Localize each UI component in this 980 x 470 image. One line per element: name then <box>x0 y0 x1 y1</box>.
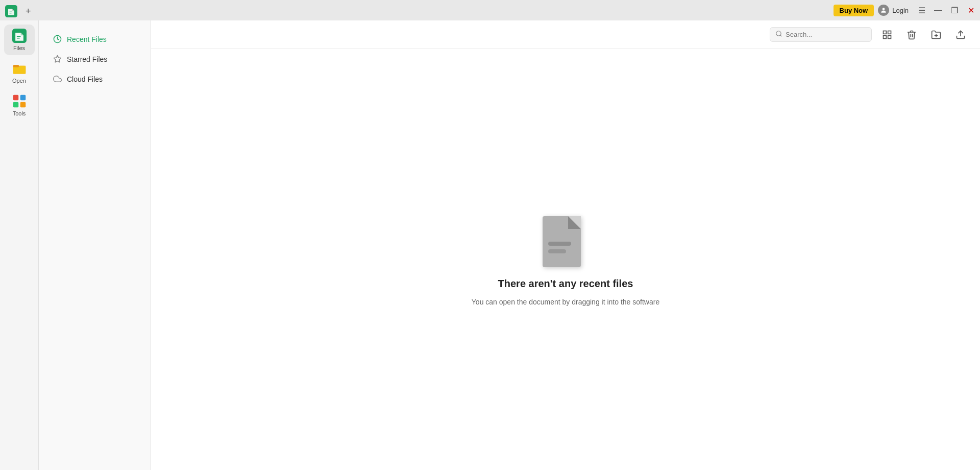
minimize-button[interactable]: — <box>933 5 943 15</box>
svg-rect-10 <box>20 95 26 101</box>
toolbar <box>151 20 980 49</box>
sidebar-item-cloud-files[interactable]: Cloud Files <box>43 69 146 88</box>
svg-rect-6 <box>16 38 19 39</box>
svg-rect-8 <box>13 65 18 67</box>
search-icon <box>775 30 782 39</box>
svg-rect-5 <box>16 36 20 37</box>
new-tab-button[interactable]: + <box>22 5 34 18</box>
main-content: There aren't any recent files You can op… <box>151 20 980 470</box>
title-bar: + Buy Now Login ☰ — ❐ ✕ <box>0 0 980 20</box>
grid-view-button[interactable] <box>878 26 896 44</box>
svg-rect-12 <box>20 102 26 108</box>
maximize-button[interactable]: ❐ <box>949 5 960 15</box>
new-folder-button[interactable] <box>927 26 945 44</box>
sidebar-label-recent: Recent Files <box>67 35 107 43</box>
login-label: Login <box>892 7 909 14</box>
star-icon <box>53 55 62 63</box>
svg-line-16 <box>780 35 782 37</box>
svg-rect-18 <box>888 31 891 34</box>
nav-item-open[interactable]: Open <box>4 57 35 88</box>
icon-nav: Files Open Tools <box>0 20 39 470</box>
search-wrap[interactable] <box>770 27 872 42</box>
secondary-sidebar: Recent Files Starred Files Cloud Files <box>39 20 151 470</box>
login-button[interactable]: Login <box>878 5 909 16</box>
empty-state-subtitle: You can open the document by dragging it… <box>472 298 659 306</box>
svg-rect-1 <box>9 12 12 12</box>
app-body: Files Open Tools <box>0 20 980 470</box>
buy-now-button[interactable]: Buy Now <box>834 5 874 16</box>
svg-point-15 <box>776 31 781 36</box>
hamburger-button[interactable]: ☰ <box>917 5 927 15</box>
svg-rect-28 <box>548 249 566 253</box>
svg-rect-9 <box>13 95 18 101</box>
empty-state-title: There aren't any recent files <box>498 278 633 290</box>
nav-label-open: Open <box>12 78 26 84</box>
empty-state-illustration <box>540 214 591 270</box>
cloud-icon <box>53 75 62 83</box>
svg-marker-14 <box>54 55 61 62</box>
clock-icon <box>53 35 62 43</box>
nav-item-tools[interactable]: Tools <box>4 90 35 121</box>
sidebar-item-recent-files[interactable]: Recent Files <box>43 30 146 49</box>
svg-point-3 <box>883 8 885 10</box>
svg-rect-20 <box>888 35 891 38</box>
empty-state: There aren't any recent files You can op… <box>151 49 980 470</box>
sidebar-label-cloud: Cloud Files <box>67 75 103 83</box>
svg-rect-27 <box>548 242 571 246</box>
svg-rect-17 <box>884 31 887 34</box>
window-controls: ☰ — ❐ ✕ <box>917 5 976 15</box>
close-button[interactable]: ✕ <box>966 5 976 15</box>
svg-rect-11 <box>13 102 18 108</box>
app-logo <box>4 4 18 18</box>
sidebar-item-starred-files[interactable]: Starred Files <box>43 50 146 68</box>
svg-rect-2 <box>9 13 12 13</box>
sidebar-label-starred: Starred Files <box>67 55 107 63</box>
login-avatar <box>878 5 889 16</box>
nav-item-files[interactable]: Files <box>4 25 35 55</box>
trash-button[interactable] <box>902 26 921 44</box>
nav-label-tools: Tools <box>13 110 26 116</box>
nav-label-files: Files <box>13 45 25 51</box>
search-input[interactable] <box>786 31 866 38</box>
upload-button[interactable] <box>951 26 970 44</box>
svg-rect-19 <box>884 35 887 38</box>
